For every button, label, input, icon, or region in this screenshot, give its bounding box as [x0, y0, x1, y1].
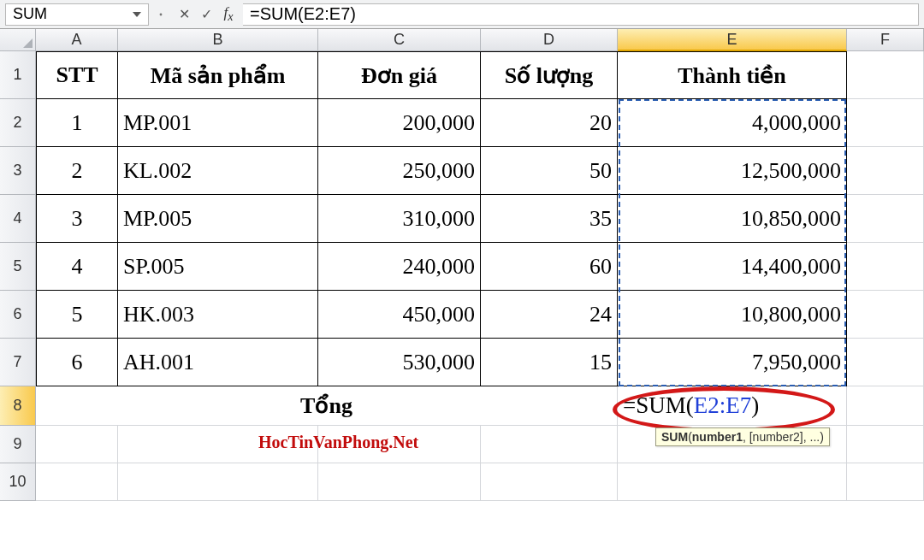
cell-A4[interactable]: 3 [36, 195, 118, 243]
cell-F2[interactable] [847, 99, 924, 147]
cell-D10[interactable] [481, 463, 618, 501]
cell-F10[interactable] [847, 463, 924, 501]
cell-B1[interactable]: Mã sản phẩm [118, 51, 318, 99]
cell-F8[interactable] [847, 386, 924, 426]
cell-E4[interactable]: 10,850,000 [618, 195, 847, 243]
row-header-1[interactable]: 1 [0, 51, 36, 99]
function-tooltip: SUM(number1, [number2], ...) [655, 427, 830, 446]
cell-E8-active[interactable]: =SUM(E2:E7) [618, 386, 847, 426]
col-header-C[interactable]: C [318, 29, 481, 51]
cell-D4[interactable]: 35 [481, 195, 618, 243]
cell-A3[interactable]: 2 [36, 147, 118, 195]
cell-A10[interactable] [36, 463, 118, 501]
col-header-D[interactable]: D [481, 29, 618, 51]
cancel-icon[interactable]: ✕ [173, 3, 195, 26]
select-all-corner[interactable] [0, 29, 36, 51]
cell-E10[interactable] [618, 463, 847, 501]
formula-range: E2:E7 [694, 392, 752, 419]
cell-F4[interactable] [847, 195, 924, 243]
cell-A8-total-label[interactable]: Tổng [36, 386, 618, 426]
formula-bar: SUM ✕ ✓ fx =SUM(E2:E7) [0, 0, 924, 29]
row-header-7[interactable]: 7 [0, 339, 36, 386]
cell-A1[interactable]: STT [36, 51, 118, 99]
name-box-expand[interactable] [149, 8, 173, 21]
cell-A2[interactable]: 1 [36, 99, 118, 147]
cell-C1[interactable]: Đơn giá [318, 51, 481, 99]
row-header-10[interactable]: 10 [0, 463, 36, 501]
formula-prefix: =SUM( [623, 392, 694, 419]
formula-suffix: ) [751, 392, 759, 419]
cell-D3[interactable]: 50 [481, 147, 618, 195]
cell-D9[interactable] [481, 426, 618, 463]
cell-F1[interactable] [847, 51, 924, 99]
cell-B10[interactable] [118, 463, 318, 501]
row-header-2[interactable]: 2 [0, 99, 36, 147]
svg-point-0 [160, 13, 163, 15]
row-header-8[interactable]: 8 [0, 386, 36, 426]
name-box[interactable]: SUM [5, 3, 149, 26]
cell-E7[interactable]: 7,950,000 [618, 339, 847, 386]
cell-C4[interactable]: 310,000 [318, 195, 481, 243]
cell-C3[interactable]: 250,000 [318, 147, 481, 195]
cell-C6[interactable]: 450,000 [318, 291, 481, 339]
cell-D5[interactable]: 60 [481, 243, 618, 291]
cell-C5[interactable]: 240,000 [318, 243, 481, 291]
cell-D1[interactable]: Số lượng [481, 51, 618, 99]
chevron-down-icon[interactable] [133, 12, 141, 17]
row-header-4[interactable]: 4 [0, 195, 36, 243]
formula-input[interactable]: =SUM(E2:E7) [243, 3, 919, 26]
col-header-B[interactable]: B [118, 29, 318, 51]
cell-C10[interactable] [318, 463, 481, 501]
cell-D2[interactable]: 20 [481, 99, 618, 147]
watermark-text: HocTinVanPhong.Net [258, 433, 418, 452]
name-box-value: SUM [13, 5, 47, 23]
cell-B5[interactable]: SP.005 [118, 243, 318, 291]
cell-B3[interactable]: KL.002 [118, 147, 318, 195]
row-header-5[interactable]: 5 [0, 243, 36, 291]
row-header-6[interactable]: 6 [0, 291, 36, 339]
fx-icon[interactable]: fx [217, 3, 240, 26]
cell-E6[interactable]: 10,800,000 [618, 291, 847, 339]
cell-E3[interactable]: 12,500,000 [618, 147, 847, 195]
tooltip-fn: SUM [661, 430, 688, 444]
cell-F7[interactable] [847, 339, 924, 386]
enter-icon[interactable]: ✓ [195, 3, 217, 26]
cell-D7[interactable]: 15 [481, 339, 618, 386]
cell-A5[interactable]: 4 [36, 243, 118, 291]
cell-B7[interactable]: AH.001 [118, 339, 318, 386]
cell-C2[interactable]: 200,000 [318, 99, 481, 147]
cell-B2[interactable]: MP.001 [118, 99, 318, 147]
cell-B6[interactable]: HK.003 [118, 291, 318, 339]
col-header-A[interactable]: A [36, 29, 118, 51]
cell-E2[interactable]: 4,000,000 [618, 99, 847, 147]
spreadsheet-grid[interactable]: A B C D E F 1 STT Mã sản phẩm Đơn giá Số… [0, 29, 924, 501]
cell-F9[interactable] [847, 426, 924, 463]
cell-A6[interactable]: 5 [36, 291, 118, 339]
cell-F3[interactable] [847, 147, 924, 195]
cell-F5[interactable] [847, 243, 924, 291]
formula-text: =SUM(E2:E7) [250, 4, 356, 24]
cell-A7[interactable]: 6 [36, 339, 118, 386]
cell-E5[interactable]: 14,400,000 [618, 243, 847, 291]
row-header-3[interactable]: 3 [0, 147, 36, 195]
cell-F6[interactable] [847, 291, 924, 339]
col-header-F[interactable]: F [847, 29, 924, 51]
row-header-9[interactable]: 9 [0, 426, 36, 463]
cell-D6[interactable]: 24 [481, 291, 618, 339]
cell-A9[interactable] [36, 426, 118, 463]
cell-E1[interactable]: Thành tiền [618, 51, 847, 99]
cell-C7[interactable]: 530,000 [318, 339, 481, 386]
cell-B4[interactable]: MP.005 [118, 195, 318, 243]
col-header-E[interactable]: E [618, 29, 847, 51]
